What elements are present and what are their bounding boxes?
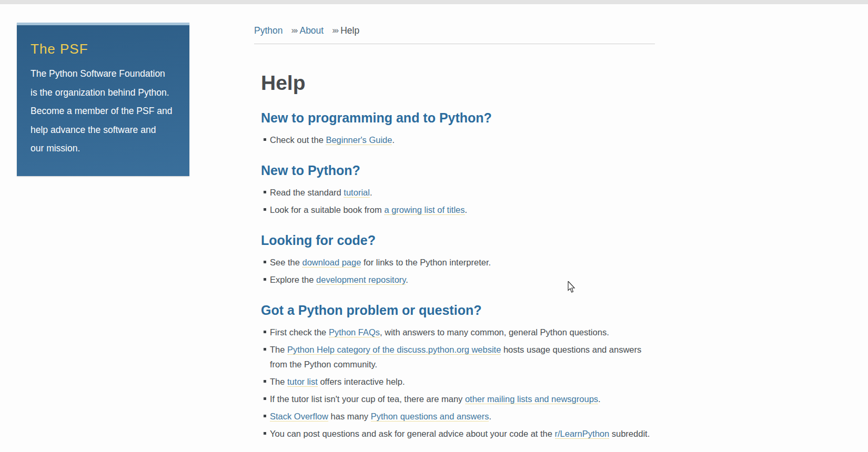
- psf-widget-body-line: Become a member of the PSF and: [31, 102, 177, 121]
- section-heading: Looking for code?: [261, 232, 655, 249]
- psf-widget-body-line: help advance the software and: [31, 121, 177, 140]
- list-item-text: Check out the: [270, 135, 326, 145]
- content-link[interactable]: tutor list: [287, 377, 318, 387]
- list-item-text: .: [370, 188, 372, 197]
- list-item: The Python Help category of the discuss.…: [264, 342, 655, 372]
- content-link[interactable]: other mailing lists and newsgroups: [465, 394, 598, 404]
- content-link[interactable]: tutorial: [344, 188, 370, 198]
- breadcrumb: Python›››About›››Help: [254, 4, 655, 44]
- breadcrumb-item-help: Help: [340, 25, 359, 36]
- content-link[interactable]: download page: [302, 258, 361, 268]
- psf-widget-title: The PSF: [31, 41, 177, 57]
- breadcrumb-separator-icon: ›››: [291, 25, 297, 35]
- main-content: Python›››About›››Help Help New to progra…: [254, 4, 655, 444]
- list-item: Stack Overflow has many Python questions…: [264, 409, 655, 424]
- section-heading: New to Python?: [261, 162, 655, 179]
- page-title: Help: [261, 71, 655, 95]
- list-item: The tutor list offers interactive help.: [264, 374, 655, 389]
- list-item-text: See the: [270, 258, 302, 267]
- list-item-text: for links to the Python interpreter.: [361, 258, 491, 267]
- list-item: See the download page for links to the P…: [264, 255, 655, 270]
- list-item-text: The: [270, 377, 287, 386]
- list-item-text: .: [489, 412, 491, 421]
- list-item-text: offers interactive help.: [318, 377, 405, 386]
- content-link[interactable]: development repository: [316, 275, 406, 285]
- content-link[interactable]: Python FAQs: [329, 327, 380, 337]
- list-item-text: Look for a suitable book from: [270, 205, 384, 214]
- list-item-text: First check the: [270, 327, 329, 337]
- breadcrumb-separator-icon: ›››: [332, 25, 338, 35]
- list-item-text: Explore the: [270, 275, 316, 284]
- psf-widget-body-line: is the organization behind Python.: [31, 84, 177, 102]
- section-list: Check out the Beginner's Guide.: [254, 132, 655, 147]
- list-item: Explore the development repository.: [264, 272, 655, 287]
- list-item-text: .: [392, 135, 395, 145]
- breadcrumb-item-about[interactable]: About: [299, 25, 324, 36]
- section-list: See the download page for links to the P…: [254, 255, 655, 287]
- section-list: First check the Python FAQs, with answer…: [254, 325, 655, 441]
- list-item-text: has many: [328, 412, 371, 421]
- content-link[interactable]: Stack Overflow: [270, 412, 328, 422]
- list-item-text: .: [598, 394, 601, 404]
- content-link[interactable]: Python Help category of the discuss.pyth…: [287, 345, 501, 355]
- psf-widget: The PSF The Python Software Foundationis…: [17, 23, 189, 176]
- list-item: Look for a suitable book from a growing …: [264, 202, 655, 217]
- breadcrumb-item-python[interactable]: Python: [254, 25, 282, 36]
- content-link[interactable]: r/LearnPython: [555, 429, 610, 439]
- section-heading: Got a Python problem or question?: [261, 302, 655, 319]
- list-item-text: , with answers to many common, general P…: [380, 327, 609, 337]
- list-item-text: Read the standard: [270, 188, 344, 197]
- psf-widget-body-line: The Python Software Foundation: [31, 65, 177, 84]
- browser-top-strip: [0, 0, 868, 4]
- list-item-text: If the tutor list isn't your cup of tea,…: [270, 394, 465, 404]
- list-item-text: subreddit.: [609, 429, 650, 438]
- psf-widget-body: The Python Software Foundationis the org…: [31, 65, 177, 158]
- content-link[interactable]: a growing list of titles: [384, 205, 465, 215]
- list-item: First check the Python FAQs, with answer…: [264, 325, 655, 340]
- content-link[interactable]: Beginner's Guide: [326, 135, 392, 145]
- list-item: If the tutor list isn't your cup of tea,…: [264, 392, 655, 406]
- list-item-text: .: [406, 275, 408, 284]
- section-list: Read the standard tutorial.Look for a su…: [254, 185, 655, 217]
- list-item: Read the standard tutorial.: [264, 185, 655, 200]
- psf-widget-body-line: our mission.: [31, 139, 177, 158]
- list-item-text: You can post questions and ask for gener…: [270, 429, 555, 438]
- sections: New to programming and to Python?Check o…: [254, 109, 655, 441]
- list-item-text: The: [270, 345, 287, 354]
- list-item: Check out the Beginner's Guide.: [264, 132, 655, 147]
- content-link[interactable]: Python questions and answers: [371, 412, 489, 422]
- section-heading: New to programming and to Python?: [261, 109, 655, 126]
- list-item-text: .: [465, 205, 468, 214]
- list-item: You can post questions and ask for gener…: [264, 426, 655, 441]
